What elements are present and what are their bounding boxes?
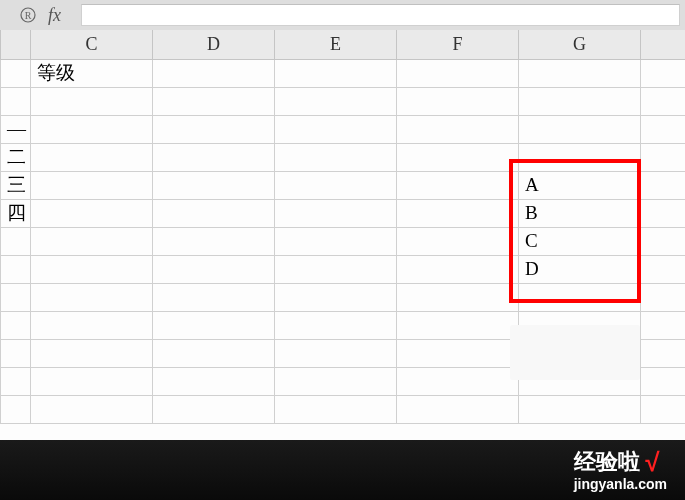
cell[interactable]: [275, 59, 397, 87]
cell[interactable]: [153, 143, 275, 171]
cell[interactable]: [31, 227, 153, 255]
cell[interactable]: [519, 115, 641, 143]
cell[interactable]: [519, 143, 641, 171]
cell[interactable]: [275, 143, 397, 171]
cell[interactable]: [397, 395, 519, 423]
cell[interactable]: [275, 367, 397, 395]
cell[interactable]: [153, 87, 275, 115]
accept-icon[interactable]: R: [18, 5, 38, 25]
cell[interactable]: [1, 255, 31, 283]
cell[interactable]: —: [1, 115, 31, 143]
cell[interactable]: [1, 367, 31, 395]
cell[interactable]: [153, 199, 275, 227]
cell[interactable]: [641, 283, 686, 311]
cell[interactable]: [275, 171, 397, 199]
cell[interactable]: [641, 339, 686, 367]
cell[interactable]: [31, 115, 153, 143]
cell[interactable]: [1, 395, 31, 423]
cell[interactable]: [153, 255, 275, 283]
col-header-c[interactable]: C: [31, 30, 153, 59]
cell[interactable]: A: [519, 171, 641, 199]
cell[interactable]: [519, 395, 641, 423]
cell[interactable]: [275, 115, 397, 143]
col-header-d[interactable]: D: [153, 30, 275, 59]
cell[interactable]: [641, 227, 686, 255]
cell[interactable]: [153, 367, 275, 395]
cell[interactable]: [1, 283, 31, 311]
cell[interactable]: [275, 87, 397, 115]
cell[interactable]: [1, 227, 31, 255]
cell[interactable]: [641, 143, 686, 171]
cell[interactable]: [397, 199, 519, 227]
cell[interactable]: [397, 59, 519, 87]
cell[interactable]: [397, 227, 519, 255]
cell[interactable]: [275, 227, 397, 255]
cell[interactable]: [153, 395, 275, 423]
cell[interactable]: [397, 171, 519, 199]
cell[interactable]: [1, 87, 31, 115]
cell[interactable]: [641, 311, 686, 339]
cell[interactable]: B: [519, 199, 641, 227]
cell[interactable]: [641, 115, 686, 143]
cell[interactable]: [31, 339, 153, 367]
cell[interactable]: [275, 339, 397, 367]
cell[interactable]: [31, 87, 153, 115]
cell[interactable]: [153, 283, 275, 311]
cell[interactable]: 二: [1, 143, 31, 171]
col-header-e[interactable]: E: [275, 30, 397, 59]
cell[interactable]: C: [519, 227, 641, 255]
cell[interactable]: [641, 255, 686, 283]
cell[interactable]: [31, 255, 153, 283]
cell[interactable]: 等级: [31, 59, 153, 87]
cell[interactable]: [397, 339, 519, 367]
cell[interactable]: [275, 199, 397, 227]
col-header-right[interactable]: [641, 30, 686, 59]
cell[interactable]: [641, 395, 686, 423]
cell[interactable]: [397, 283, 519, 311]
col-header-partial[interactable]: [1, 30, 31, 59]
cell[interactable]: [397, 115, 519, 143]
cell[interactable]: [153, 339, 275, 367]
cell[interactable]: [153, 115, 275, 143]
cell[interactable]: [31, 283, 153, 311]
cell[interactable]: [519, 283, 641, 311]
cell[interactable]: [1, 59, 31, 87]
col-header-f[interactable]: F: [397, 30, 519, 59]
fx-label[interactable]: fx: [48, 5, 61, 26]
formula-input[interactable]: [81, 4, 680, 26]
cell[interactable]: [31, 367, 153, 395]
cell[interactable]: [31, 395, 153, 423]
cell[interactable]: [519, 59, 641, 87]
cell[interactable]: D: [519, 255, 641, 283]
formula-bar: R fx: [0, 0, 685, 30]
cell[interactable]: [275, 283, 397, 311]
cell[interactable]: 三: [1, 171, 31, 199]
cell[interactable]: [153, 227, 275, 255]
cell[interactable]: [153, 171, 275, 199]
cell[interactable]: [275, 395, 397, 423]
cell[interactable]: [31, 311, 153, 339]
table-row: D: [1, 255, 686, 283]
cell[interactable]: [153, 311, 275, 339]
cell[interactable]: [275, 311, 397, 339]
cell[interactable]: [153, 59, 275, 87]
cell[interactable]: 四: [1, 199, 31, 227]
cell[interactable]: [397, 143, 519, 171]
col-header-g[interactable]: G: [519, 30, 641, 59]
cell[interactable]: [31, 171, 153, 199]
cell[interactable]: [519, 87, 641, 115]
cell[interactable]: [31, 199, 153, 227]
cell[interactable]: [1, 311, 31, 339]
cell[interactable]: [641, 367, 686, 395]
cell[interactable]: [397, 255, 519, 283]
cell[interactable]: [641, 199, 686, 227]
cell[interactable]: [397, 87, 519, 115]
cell[interactable]: [397, 367, 519, 395]
cell[interactable]: [641, 59, 686, 87]
cell[interactable]: [641, 87, 686, 115]
cell[interactable]: [31, 143, 153, 171]
cell[interactable]: [275, 255, 397, 283]
cell[interactable]: [1, 339, 31, 367]
cell[interactable]: [641, 171, 686, 199]
cell[interactable]: [397, 311, 519, 339]
